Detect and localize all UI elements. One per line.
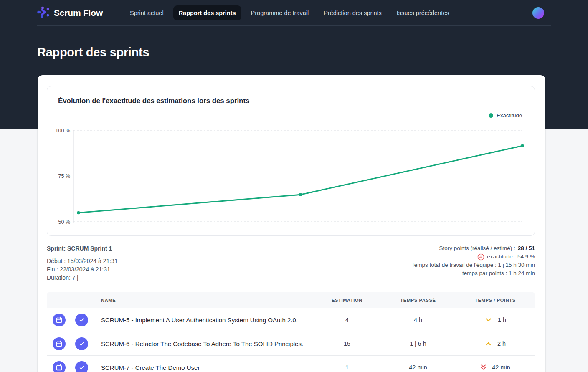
header-name: NAME bbox=[101, 298, 314, 303]
issue-name: SCRUM-7 - Create The Demo User bbox=[101, 364, 314, 371]
brand[interactable]: Scrum Flow bbox=[37, 6, 103, 20]
table-row[interactable]: SCRUM-7 - Create The Demo User 1 42 min … bbox=[47, 356, 535, 372]
table-row[interactable]: SCRUM-6 - Refactor The Codebase To Adher… bbox=[47, 332, 535, 356]
exactitude-text: exactitude : 54.9 % bbox=[487, 253, 535, 261]
issue-time-spent: 1 j 6 h bbox=[380, 340, 456, 347]
issue-name: SCRUM-5 - Implement A User Authenticatio… bbox=[101, 316, 314, 324]
svg-text:50 %: 50 % bbox=[58, 219, 71, 225]
legend-label: Exactitude bbox=[497, 112, 522, 119]
accuracy-chart: 100 %75 %50 % bbox=[47, 126, 535, 230]
issue-name: SCRUM-6 - Refactor The Codebase To Adher… bbox=[101, 340, 314, 347]
report-card: Évolution de l'exactitude des estimation… bbox=[38, 75, 545, 372]
double-chevron-down-icon bbox=[480, 364, 487, 371]
issue-time-spent: 42 min bbox=[380, 364, 456, 371]
issue-time-per-point: 1 h bbox=[456, 316, 535, 323]
sprint-title: Sprint: SCRUM Sprint 1 bbox=[47, 244, 118, 253]
chevron-down-icon bbox=[484, 317, 492, 323]
time-per-point-value: 42 min bbox=[492, 364, 510, 371]
row-badges bbox=[47, 337, 101, 350]
exactitude-line: exactitude : 54.9 % bbox=[411, 253, 535, 261]
sprint-duration: Duration: 7 j bbox=[47, 273, 118, 282]
calendar-icon[interactable] bbox=[53, 361, 66, 372]
issue-estimation: 4 bbox=[314, 316, 380, 323]
check-circle-icon[interactable] bbox=[75, 314, 88, 326]
avatar[interactable] bbox=[532, 7, 544, 19]
svg-text:100 %: 100 % bbox=[56, 128, 70, 134]
chevron-up-icon bbox=[485, 341, 492, 347]
check-circle-icon[interactable] bbox=[75, 361, 88, 372]
scrum-flow-logo-icon bbox=[37, 6, 50, 20]
sprint-summary: Sprint: SCRUM Sprint 1 Début : 15/03/202… bbox=[47, 244, 535, 282]
nav-item-prediction-des-sprints[interactable]: Prédiction des sprints bbox=[318, 5, 387, 20]
nav-items: Sprint actuel Rapport des sprints Progra… bbox=[124, 5, 455, 20]
issue-time-per-point: 42 min bbox=[456, 364, 535, 371]
chart-legend: Exactitude bbox=[489, 112, 522, 119]
calendar-icon[interactable] bbox=[53, 337, 66, 350]
nav-item-programme-de-travail[interactable]: Programme de travail bbox=[246, 5, 314, 20]
story-points-value: 28 / 51 bbox=[518, 244, 535, 253]
arrow-down-circle-icon bbox=[477, 253, 484, 261]
nav-item-sprint-actuel[interactable]: Sprint actuel bbox=[124, 5, 169, 20]
svg-text:75 %: 75 % bbox=[58, 173, 71, 179]
story-points-line: Story points (réalisé / estimé) : 28 / 5… bbox=[411, 244, 535, 253]
sprint-end: Fin : 22/03/2024 à 21:31 bbox=[47, 265, 118, 273]
table-row[interactable]: SCRUM-5 - Implement A User Authenticatio… bbox=[47, 308, 535, 332]
navbar: Scrum Flow Sprint actuel Rapport des spr… bbox=[0, 0, 588, 26]
page-title: Rapport des sprints bbox=[37, 46, 588, 59]
calendar-icon[interactable] bbox=[53, 314, 66, 326]
header-estimation: ESTIMATION bbox=[314, 298, 380, 303]
row-badges bbox=[47, 314, 101, 326]
header-temps-points: TEMPS / POINTS bbox=[456, 298, 535, 303]
header-temps-passe: TEMPS PASSÉ bbox=[380, 298, 456, 303]
sprint-start: Début : 15/03/2024 à 21:31 bbox=[47, 257, 118, 265]
story-points-label: Story points (réalisé / estimé) : bbox=[439, 244, 515, 253]
nav-item-rapport-des-sprints[interactable]: Rapport des sprints bbox=[173, 5, 241, 20]
legend-dot-icon bbox=[489, 113, 493, 118]
time-per-point-value: 1 h bbox=[498, 316, 506, 323]
issue-time-per-point: 2 h bbox=[456, 340, 535, 347]
issue-estimation: 15 bbox=[314, 340, 380, 347]
time-per-point-line: temps par points : 1 h 24 min bbox=[411, 269, 535, 278]
team-time-line: Temps total de travail de l'équipe : 1 j… bbox=[411, 261, 535, 269]
time-per-point-value: 2 h bbox=[497, 340, 506, 347]
check-circle-icon[interactable] bbox=[75, 337, 88, 350]
chart-title: Évolution de l'exactitude des estimation… bbox=[58, 97, 535, 105]
sprint-stats: Story points (réalisé / estimé) : 28 / 5… bbox=[411, 244, 535, 282]
chart-card: Évolution de l'exactitude des estimation… bbox=[47, 86, 535, 236]
issue-table: NAME ESTIMATION TEMPS PASSÉ TEMPS / POIN… bbox=[47, 292, 535, 372]
sprint-meta: Sprint: SCRUM Sprint 1 Début : 15/03/202… bbox=[47, 244, 118, 282]
issue-table-header: NAME ESTIMATION TEMPS PASSÉ TEMPS / POIN… bbox=[47, 292, 535, 308]
navbar-divider bbox=[37, 25, 551, 26]
brand-name: Scrum Flow bbox=[54, 8, 103, 18]
nav-item-issues-precedentes[interactable]: Issues précédentes bbox=[391, 5, 455, 20]
row-badges bbox=[47, 361, 101, 372]
issue-time-spent: 4 h bbox=[380, 316, 456, 323]
issue-table-body: SCRUM-5 - Implement A User Authenticatio… bbox=[47, 308, 535, 372]
issue-estimation: 1 bbox=[314, 364, 380, 371]
